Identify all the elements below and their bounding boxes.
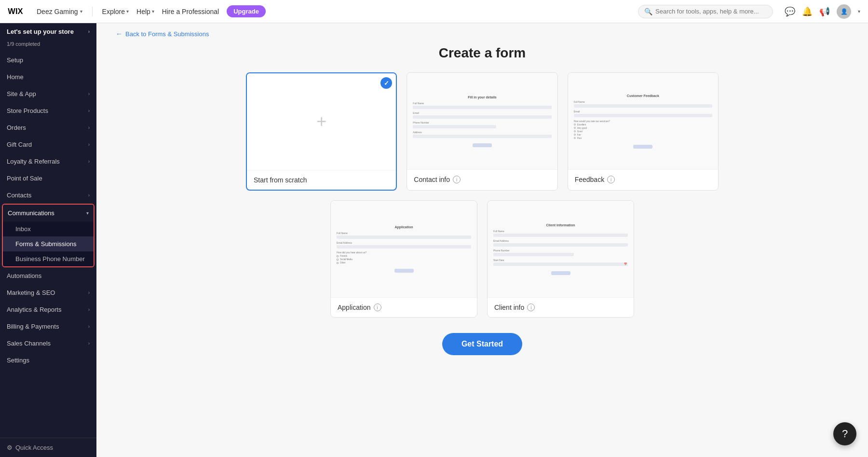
form-card-client-preview: Client Information Full Name Email Addre… [488, 201, 634, 297]
nav-icons: 💬 🔔 📢 👤 ▾ [785, 4, 860, 19]
quick-access-button[interactable]: ⚙ Quick Access [0, 438, 96, 457]
scratch-plus-icon: + [316, 111, 326, 132]
chat-icon[interactable]: 💬 [785, 6, 795, 17]
sidebar-item-sales-channels[interactable]: Sales Channels › [0, 335, 96, 352]
megaphone-icon[interactable]: 📢 [819, 6, 830, 17]
search-input[interactable] [655, 8, 767, 15]
breadcrumb-text: Back to Forms & Submissions [125, 30, 209, 38]
form-card-feedback-preview: Customer Feedback Full Name Email How wo… [568, 73, 718, 169]
breadcrumb[interactable]: ← Back to Forms & Submissions [96, 23, 868, 38]
form-cards-bottom-row: Application Full Name Email Address How … [301, 191, 663, 318]
setup-label: Let's set up your store [7, 28, 74, 35]
form-card-feedback-label: Feedback i [568, 169, 718, 189]
sidebar-item-setup[interactable]: Setup [0, 52, 96, 69]
page-title: Create a form [96, 38, 868, 72]
upgrade-button[interactable]: Upgrade [227, 5, 266, 17]
form-card-client-label: Client info i [488, 297, 634, 317]
form-card-application-label: Application i [331, 297, 477, 317]
client-info-icon[interactable]: i [527, 304, 535, 311]
form-card-scratch-label: Start from scratch [247, 170, 396, 190]
gift-card-chevron-icon: › [88, 142, 90, 147]
topnav: WIX Deez Gaming ▾ Explore ▾ Help ▾ Hire … [0, 0, 868, 23]
help-link[interactable]: Help ▾ [136, 8, 154, 15]
form-card-scratch-preview: + ✓ [247, 73, 396, 170]
application-info-icon[interactable]: i [374, 304, 381, 311]
sidebar: Let's set up your store › 1/9 completed … [0, 23, 96, 457]
search-icon: 🔍 [644, 8, 652, 15]
sidebar-item-contacts[interactable]: Contacts › [0, 187, 96, 204]
billing-chevron-icon: › [88, 324, 90, 329]
sidebar-item-communications[interactable]: Communications ▾ [3, 205, 94, 222]
explore-chevron-icon: ▾ [126, 9, 129, 14]
setup-chevron-icon: › [88, 29, 90, 34]
sidebar-sub-item-inbox[interactable]: Inbox [3, 222, 94, 236]
store-products-chevron-icon: › [88, 108, 90, 113]
form-card-contact-info[interactable]: Fill in your details Full Name Email Pho… [407, 72, 557, 191]
wix-logo: WIX [8, 7, 25, 16]
explore-link[interactable]: Explore ▾ [102, 8, 129, 15]
sidebar-item-automations[interactable]: Automations [0, 267, 96, 284]
help-fab-button[interactable]: ? [833, 422, 856, 445]
sidebar-item-gift-card[interactable]: Gift Card › [0, 136, 96, 153]
sidebar-item-marketing-seo[interactable]: Marketing & SEO › [0, 284, 96, 301]
brand-chevron-icon: ▾ [80, 9, 82, 14]
form-card-application-preview: Application Full Name Email Address How … [331, 201, 477, 297]
main-content: ← Back to Forms & Submissions Create a f… [96, 23, 868, 457]
communications-chevron-icon: ▾ [86, 210, 89, 216]
quick-access-icon: ⚙ [7, 444, 13, 451]
form-card-contact-label: Contact info i [407, 169, 557, 189]
form-card-client-info[interactable]: Client Information Full Name Email Addre… [487, 200, 634, 318]
sidebar-setup-header[interactable]: Let's set up your store › [0, 23, 96, 40]
help-fab-icon: ? [842, 428, 848, 440]
form-cards-top-row: + ✓ Start from scratch Fill in your deta… [217, 72, 747, 191]
date-icon: 📅 [624, 263, 628, 265]
sidebar-item-analytics-reports[interactable]: Analytics & Reports › [0, 301, 96, 318]
form-card-scratch[interactable]: + ✓ Start from scratch [246, 72, 397, 191]
sidebar-progress: 1/9 completed [0, 40, 96, 52]
communications-label: Communications [8, 209, 54, 217]
avatar[interactable]: 👤 [837, 4, 851, 19]
sidebar-sub-item-forms-submissions[interactable]: Forms & Submissions [3, 236, 94, 251]
sidebar-item-billing-payments[interactable]: Billing & Payments › [0, 318, 96, 335]
contacts-chevron-icon: › [88, 193, 90, 198]
help-chevron-icon: ▾ [152, 9, 154, 14]
communications-submenu: Inbox Forms & Submissions Business Phone… [3, 222, 94, 266]
layout: Let's set up your store › 1/9 completed … [0, 23, 868, 457]
breadcrumb-arrow-icon: ← [116, 30, 122, 38]
sidebar-sub-item-business-phone[interactable]: Business Phone Number [3, 251, 94, 266]
hire-professional-link[interactable]: Hire a Professional [162, 8, 219, 15]
site-app-chevron-icon: › [88, 91, 90, 97]
sidebar-item-loyalty-referrals[interactable]: Loyalty & Referrals › [0, 153, 96, 170]
brand-name: Deez Gaming [37, 8, 78, 15]
bell-icon[interactable]: 🔔 [802, 6, 813, 17]
form-card-contact-preview: Fill in your details Full Name Email Pho… [407, 73, 557, 169]
search-bar[interactable]: 🔍 [638, 5, 773, 18]
svg-text:WIX: WIX [8, 7, 23, 15]
get-started-button[interactable]: Get Started [442, 333, 522, 355]
sidebar-item-home[interactable]: Home [0, 69, 96, 85]
feedback-info-icon[interactable]: i [607, 176, 615, 183]
form-card-feedback[interactable]: Customer Feedback Full Name Email How wo… [568, 72, 719, 191]
sales-chevron-icon: › [88, 341, 90, 346]
sidebar-item-point-of-sale[interactable]: Point of Sale [0, 170, 96, 187]
sidebar-item-site-app[interactable]: Site & App › [0, 85, 96, 102]
orders-chevron-icon: › [88, 125, 90, 130]
brand-selector[interactable]: Deez Gaming ▾ [37, 8, 82, 15]
form-card-application[interactable]: Application Full Name Email Address How … [330, 200, 477, 318]
get-started-row: Get Started [96, 318, 868, 374]
nav-divider [92, 7, 93, 16]
marketing-chevron-icon: › [88, 290, 90, 295]
analytics-chevron-icon: › [88, 307, 90, 312]
contact-info-icon[interactable]: i [453, 176, 461, 183]
sidebar-item-settings[interactable]: Settings [0, 352, 96, 369]
sidebar-item-store-products[interactable]: Store Products › [0, 102, 96, 119]
avatar-chevron-icon[interactable]: ▾ [858, 9, 860, 14]
loyalty-chevron-icon: › [88, 159, 90, 164]
communications-group: Communications ▾ Inbox Forms & Submissio… [2, 204, 95, 267]
sidebar-item-orders[interactable]: Orders › [0, 119, 96, 136]
